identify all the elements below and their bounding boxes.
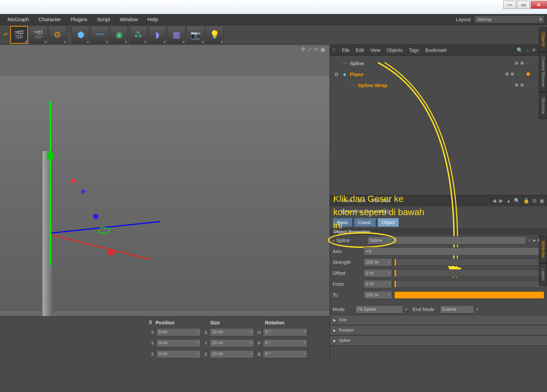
expand-size[interactable]: ▶Size	[330, 315, 547, 325]
window-titlebar: — ▭ ✕	[0, 0, 547, 14]
tool-array[interactable]: ⁂	[129, 26, 147, 44]
object-tree[interactable]: 〰 Spline ✓ ⊟ ◆ Plane ✓ 〰 Spline Wrap ✓ K…	[330, 56, 547, 195]
prop-spline-input[interactable]: Spline	[367, 236, 526, 244]
tool-nurbs[interactable]: ◉	[110, 26, 128, 44]
tool-light[interactable]: 💡	[206, 26, 224, 44]
collapse-icon[interactable]: ⊟	[333, 71, 339, 77]
prop-axis-dropdown[interactable]: +X	[363, 247, 540, 255]
menu-plugins[interactable]: Plugins	[66, 14, 92, 24]
prop-from-label: From	[333, 281, 361, 287]
viewport-3d[interactable]: ✥ ⤢ ⟲ ▣ ▶ ▶ 40 45 50 55 60 65 70 75 80	[0, 45, 330, 362]
prop-to-label: To	[333, 292, 361, 298]
axis-y-handle[interactable]	[47, 153, 54, 159]
spline-icon: 〰	[342, 60, 348, 66]
tool-animate2[interactable]: 🎬	[29, 26, 47, 44]
menu-script[interactable]: Script	[92, 14, 115, 24]
axis-z-handle[interactable]	[108, 249, 114, 255]
prop-to-slider[interactable]	[394, 291, 544, 299]
menu-character[interactable]: Character	[34, 14, 66, 24]
pos-x-input[interactable]: 0 cm	[156, 328, 201, 336]
link-icon[interactable]: ⎌	[528, 238, 531, 243]
tool-cube[interactable]: ⬢	[72, 26, 90, 44]
prop-mode-label: Mode	[333, 307, 353, 312]
sidetab-attributes[interactable]: Attributes	[539, 236, 547, 263]
main-toolbar: ↶ 🎬 🎬 ⚙ ⬢ 〰 ◉ ⁂ ◗ ▦ 📷 💡	[0, 25, 547, 45]
panel-icon[interactable]: ▣	[539, 198, 544, 204]
menu-mograph[interactable]: MoGraph	[3, 14, 34, 24]
size-x-input[interactable]: 10 cm	[210, 328, 254, 336]
minimize-button[interactable]: —	[503, 1, 516, 9]
rot-p-input[interactable]: 0 °	[263, 339, 307, 347]
menu-help[interactable]: Help	[143, 14, 163, 24]
home-icon[interactable]: ⌂	[526, 47, 529, 53]
prop-strength-slider[interactable]	[394, 258, 544, 266]
axis-x-handle[interactable]	[93, 214, 98, 219]
pos-z-input[interactable]: 0 cm	[156, 350, 201, 358]
prop-endmode-dropdown[interactable]: Extend	[440, 305, 474, 313]
tool-spline[interactable]: 〰	[91, 26, 109, 44]
om-menu-objects[interactable]: Objects	[387, 47, 403, 53]
menu-window[interactable]: Window	[115, 14, 143, 24]
tree-item-spline[interactable]: 〰 Spline ✓	[333, 58, 544, 69]
rot-h-input[interactable]: 0 °	[263, 328, 307, 336]
right-panel: ⠿ File Edit View Objects Tags Bookmark 🔍…	[330, 45, 547, 362]
nav-up-icon[interactable]: ▲	[506, 198, 511, 204]
tutorial-annotation: Klik dan Geser ke kolom seperti di bawah…	[333, 192, 429, 232]
maximize-button[interactable]: ▭	[517, 1, 530, 9]
viewport-nav: ✥ ⤢ ⟲ ▣	[301, 46, 325, 53]
om-menu-view[interactable]: View	[370, 47, 381, 53]
vp-rotate-icon[interactable]: ⟲	[314, 46, 318, 53]
prop-strength-input[interactable]: 100 %	[363, 258, 392, 266]
layout-dropdown[interactable]: Startup	[474, 15, 544, 23]
om-menu-edit[interactable]: Edit	[356, 47, 364, 53]
prop-to-input[interactable]: 100 %	[363, 291, 392, 299]
prop-offset-label: Offset	[333, 270, 361, 276]
picker-icon[interactable]: ➤	[533, 238, 536, 243]
prop-mode-dropdown[interactable]: Fit Spline	[355, 305, 403, 313]
prop-from-input[interactable]: 0 %	[363, 280, 392, 288]
coord-header-size: Size	[210, 320, 265, 325]
eye-icon[interactable]: 👁	[532, 47, 537, 53]
plane-object[interactable]	[42, 151, 53, 321]
sidetab-objects[interactable]: Objects	[539, 27, 547, 52]
nav-back-icon[interactable]: ◀	[492, 198, 496, 204]
pos-y-input[interactable]: 0 cm	[156, 339, 201, 347]
search-icon[interactable]: 🔍	[514, 198, 520, 204]
axis-y[interactable]	[50, 101, 51, 265]
nav-fwd-icon[interactable]: ▶	[499, 198, 503, 204]
prop-offset-slider[interactable]	[394, 269, 544, 277]
layout-label: Layout:	[456, 17, 471, 22]
vp-zoom-icon[interactable]: ⤢	[307, 46, 312, 53]
rot-b-input[interactable]: 0 °	[263, 350, 307, 358]
om-menu-tags[interactable]: Tags	[409, 47, 419, 53]
sidetab-content[interactable]: Content Browser	[539, 52, 547, 92]
expand-rotation[interactable]: ▶Rotation	[330, 325, 547, 335]
om-menu-file[interactable]: File	[342, 47, 350, 53]
tool-camera[interactable]: 📷	[187, 26, 204, 44]
side-tabs: Objects Content Browser Structure	[539, 27, 547, 119]
vp-max-icon[interactable]: ▣	[320, 46, 325, 53]
prop-spline-label: Spline	[336, 238, 365, 243]
vp-pan-icon[interactable]: ✥	[301, 46, 305, 53]
tool-undo[interactable]: ↶	[2, 26, 9, 44]
size-z-input[interactable]: 10 cm	[210, 350, 254, 358]
tool-animate3[interactable]: ⚙	[49, 26, 66, 44]
tool-deformer[interactable]: ◗	[148, 26, 166, 44]
prop-from-slider[interactable]	[394, 280, 544, 288]
tree-item-splinewrap[interactable]: 〰 Spline Wrap ✓	[333, 80, 544, 90]
close-button[interactable]: ✕	[531, 1, 547, 9]
om-menu-bookmark[interactable]: Bookmark	[425, 47, 447, 53]
tool-floor[interactable]: ▦	[168, 26, 185, 44]
sidetab-structure[interactable]: Structure	[539, 92, 547, 119]
size-y-input[interactable]: 10 cm	[210, 339, 254, 347]
tool-animate1[interactable]: 🎬	[10, 26, 28, 44]
expand-spline[interactable]: ▶Spline	[330, 335, 547, 346]
search-icon[interactable]: 🔍	[517, 47, 523, 53]
prop-offset-input[interactable]: 0 %	[363, 269, 392, 277]
prop-axis-label: Axis	[333, 249, 361, 254]
sidetab-layers[interactable]: Layers	[539, 263, 547, 286]
coord-header-position: Position	[156, 320, 210, 325]
new-icon[interactable]: ⊞	[532, 198, 537, 204]
lock-icon[interactable]: 🔒	[523, 198, 530, 204]
tree-item-plane[interactable]: ⊟ ◆ Plane ✓	[333, 69, 544, 80]
